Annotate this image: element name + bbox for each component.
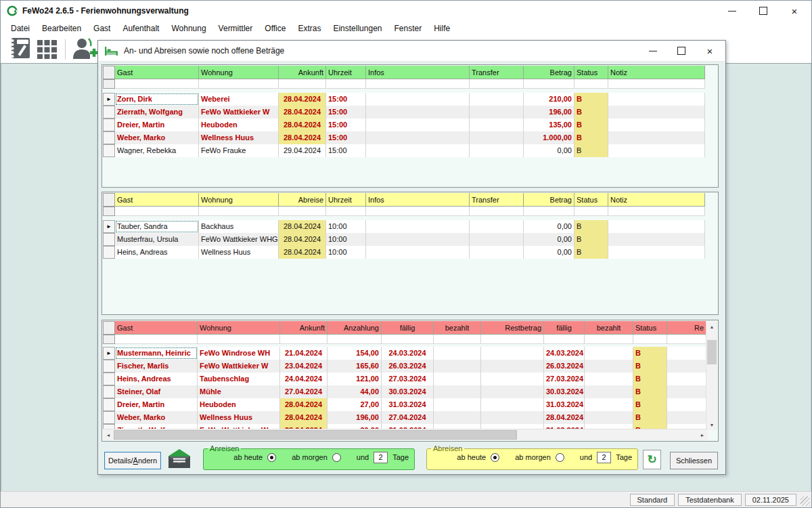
cell-faellig2[interactable]: 28.04.2024 [544,411,585,424]
cell-infos[interactable] [366,119,470,131]
column-header-status[interactable]: Status [633,321,667,335]
days-input[interactable]: 2 [374,452,388,463]
column-header-datum[interactable]: Abreise [279,193,326,207]
cell-datum[interactable]: 28.04.2024 [279,119,326,131]
cell-faellig2[interactable]: 31.03.2024 [544,398,585,411]
minimize-button[interactable] [717,1,748,21]
cell-bezahlt1[interactable] [434,411,481,424]
filter-cell-notiz[interactable] [608,207,705,216]
column-header-uhrzeit[interactable]: Uhrzeit [326,193,366,207]
cell-transfer[interactable] [470,246,524,259]
cell-bezahlt2[interactable] [585,373,633,385]
cell-status[interactable]: B [633,411,667,424]
column-header-transfer[interactable]: Transfer [470,66,524,79]
menu-extras[interactable]: Extras [292,21,327,36]
column-header-datum[interactable]: Ankunft [279,66,326,79]
cell-status[interactable]: B [633,398,667,411]
cell-anzahlung[interactable]: 154,00 [328,347,382,360]
cell-gast[interactable]: Dreier, Martin [115,119,199,131]
row-selector[interactable]: ► [103,220,115,233]
cell-restbetrag[interactable] [481,411,544,424]
cell-notiz[interactable] [608,144,705,157]
cell-datum[interactable]: 28.04.2024 [279,233,326,246]
cell-infos[interactable] [366,93,470,106]
mail-button[interactable] [166,449,193,471]
cell-infos[interactable] [366,220,470,233]
cell-bezahlt2[interactable] [585,347,633,360]
column-header-betrag[interactable]: Betrag [524,66,574,79]
cell-uhrzeit[interactable]: 10:00 [326,220,366,233]
cell-datum[interactable]: 28.04.2024 [279,106,326,119]
schliessen-button[interactable]: Schliessen [670,452,718,469]
dialog-maximize-button[interactable] [667,41,696,61]
cell-restbetrag[interactable] [481,398,544,411]
column-header-status[interactable]: Status [574,193,608,207]
cell-gast[interactable]: Mustermann, Heinric [115,347,198,360]
filter-cell-status[interactable] [633,335,667,344]
row-selector[interactable] [103,411,115,424]
filter-cell-anzahlung[interactable] [328,335,382,344]
cell-uhrzeit[interactable]: 15:00 [326,119,366,131]
cell-betrag[interactable]: 0,00 [524,220,574,233]
filter-cell-transfer[interactable] [470,207,524,216]
filter-cell-status[interactable] [574,79,608,89]
cell-transfer[interactable] [470,93,524,106]
cell-betrag[interactable]: 196,00 [524,106,574,119]
column-header-faellig2[interactable]: fällig [544,321,585,335]
filter-cell-bezahlt1[interactable] [434,335,481,344]
column-header-wohnung[interactable]: Wohnung [198,321,280,335]
filter-cell-wohnung[interactable] [199,207,279,216]
cell-status[interactable]: B [574,106,608,119]
column-header-restbetrag[interactable]: Restbetrag [481,321,544,335]
cell-re[interactable] [667,385,706,398]
cell-ankunft[interactable]: 23.04.2024 [280,360,328,373]
filter-cell-datum[interactable] [279,79,326,89]
cell-ankunft[interactable]: 27.04.2024 [280,385,328,398]
column-header-notiz[interactable]: Notiz [608,66,705,79]
cell-wohnung[interactable]: FeWo Wattkieker WHG [199,233,279,246]
row-selector[interactable] [103,385,115,398]
cell-status[interactable]: B [574,246,608,259]
menu-aufenthalt[interactable]: Aufenthalt [116,21,165,36]
cell-re[interactable] [667,360,706,373]
cell-betrag[interactable]: 135,00 [524,119,574,131]
column-header-infos[interactable]: Infos [366,66,470,79]
cell-transfer[interactable] [470,144,524,157]
column-header-gast[interactable]: Gast [115,66,199,79]
cell-bezahlt1[interactable] [434,373,481,385]
cell-gast[interactable]: Steiner, Olaf [115,385,198,398]
filter-cell-bezahlt2[interactable] [585,335,633,344]
cell-gast[interactable]: Heins, Andreas [115,373,198,385]
cell-betrag[interactable]: 0,00 [524,144,574,157]
days-input[interactable]: 2 [597,452,611,463]
filter-cell-betrag[interactable] [524,207,574,216]
cell-uhrzeit[interactable]: 15:00 [326,144,366,157]
cell-bezahlt2[interactable] [585,360,633,373]
cell-wohnung[interactable]: FeWo Wattkieker W [199,106,279,119]
refresh-button[interactable]: ↻ [643,450,661,469]
cell-anzahlung[interactable]: 196,00 [328,411,382,424]
cell-betrag[interactable]: 1.000,00 [524,131,574,144]
cell-bezahlt2[interactable] [585,398,633,411]
column-header-wohnung[interactable]: Wohnung [199,193,279,207]
cell-status[interactable]: B [633,385,667,398]
cell-gast[interactable]: Dreier, Martin [115,398,198,411]
dialog-close-button[interactable]: × [696,41,724,61]
cell-status[interactable]: B [574,131,608,144]
ab-morgen-radio[interactable] [556,453,564,462]
row-selector[interactable] [103,246,115,259]
cell-uhrzeit[interactable]: 15:00 [326,131,366,144]
cell-notiz[interactable] [608,119,705,131]
column-header-gast[interactable]: Gast [115,193,199,207]
cell-wohnung[interactable]: FeWo Frauke [199,144,279,157]
cell-wohnung[interactable]: Wellness Huus [199,246,279,259]
details-change-button[interactable]: Details/Ändern [104,452,161,469]
cell-status[interactable]: B [633,360,667,373]
cell-bezahlt1[interactable] [434,360,481,373]
cell-uhrzeit[interactable]: 15:00 [326,106,366,119]
filter-cell-faellig1[interactable] [382,335,434,344]
cell-infos[interactable] [366,144,470,157]
row-selector[interactable] [103,233,115,246]
ab-morgen-radio[interactable] [332,453,341,462]
close-button[interactable]: × [779,1,810,21]
